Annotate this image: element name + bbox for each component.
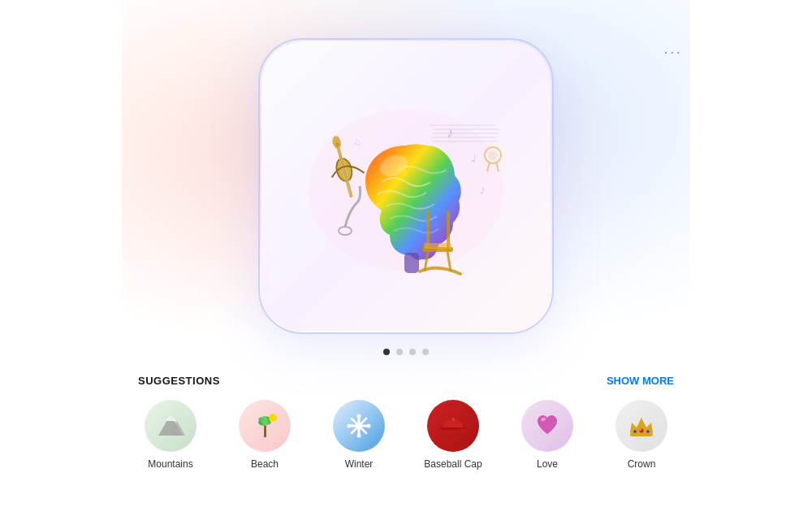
main-card: ♪ ♩ ♫ ♪ xyxy=(260,40,552,332)
svg-rect-33 xyxy=(264,424,266,437)
page-wrapper: ··· xyxy=(0,0,812,525)
svg-text:♩: ♩ xyxy=(471,152,477,164)
suggestion-love[interactable]: Love xyxy=(515,400,580,470)
suggestion-label-beach: Beach xyxy=(251,458,279,470)
svg-text:♫: ♫ xyxy=(353,137,361,148)
suggestion-label-love: Love xyxy=(537,458,558,470)
svg-text:♪: ♪ xyxy=(479,183,486,197)
suggestion-beach[interactable]: Beach xyxy=(232,400,297,470)
svg-point-43 xyxy=(357,433,361,437)
suggestion-label-crown: Crown xyxy=(628,458,656,470)
svg-text:♪: ♪ xyxy=(447,124,454,141)
suggestion-label-winter: Winter xyxy=(345,458,374,470)
suggestion-icon-mountains xyxy=(145,400,197,452)
suggestions-section: SUGGESTIONS SHOW MORE Mountains xyxy=(138,375,674,470)
suggestions-grid: Mountains Beach xyxy=(138,400,674,470)
suggestion-label-mountains: Mountains xyxy=(148,458,192,470)
svg-rect-17 xyxy=(404,253,419,273)
show-more-button[interactable]: SHOW MORE xyxy=(607,375,674,387)
suggestion-icon-winter xyxy=(333,400,385,452)
svg-point-37 xyxy=(269,414,277,422)
svg-point-51 xyxy=(646,430,650,433)
suggestion-crown[interactable]: Crown xyxy=(609,400,674,470)
suggestion-icon-love xyxy=(521,400,573,452)
suggestion-icon-beach xyxy=(239,400,291,452)
brain-illustration: ♪ ♩ ♫ ♪ xyxy=(284,64,528,308)
suggestions-title: SUGGESTIONS xyxy=(138,375,220,387)
more-button[interactable]: ··· xyxy=(663,42,682,61)
dot-3[interactable] xyxy=(409,349,416,355)
svg-point-45 xyxy=(367,423,371,427)
svg-rect-48 xyxy=(630,432,653,436)
svg-point-42 xyxy=(357,414,361,418)
card-inner: ♪ ♩ ♫ ♪ xyxy=(261,41,551,331)
svg-point-44 xyxy=(348,423,352,427)
suggestion-baseball[interactable]: Baseball Cap xyxy=(421,400,486,470)
suggestion-icon-baseball xyxy=(427,400,479,452)
dot-2[interactable] xyxy=(396,349,403,355)
suggestion-mountains[interactable]: Mountains xyxy=(138,400,203,470)
suggestions-header: SUGGESTIONS SHOW MORE xyxy=(138,375,674,387)
svg-rect-24 xyxy=(424,243,451,249)
suggestion-icon-crown xyxy=(615,400,667,452)
suggestion-winter[interactable]: Winter xyxy=(326,400,391,470)
svg-point-27 xyxy=(488,150,498,160)
svg-point-52 xyxy=(640,429,641,431)
dot-indicators xyxy=(383,349,429,355)
svg-marker-32 xyxy=(166,414,175,421)
suggestion-label-baseball: Baseball Cap xyxy=(424,458,482,470)
svg-point-46 xyxy=(451,418,455,421)
dot-1[interactable] xyxy=(383,349,390,355)
dot-4[interactable] xyxy=(422,349,429,355)
svg-point-49 xyxy=(640,428,644,432)
svg-point-50 xyxy=(633,430,637,433)
